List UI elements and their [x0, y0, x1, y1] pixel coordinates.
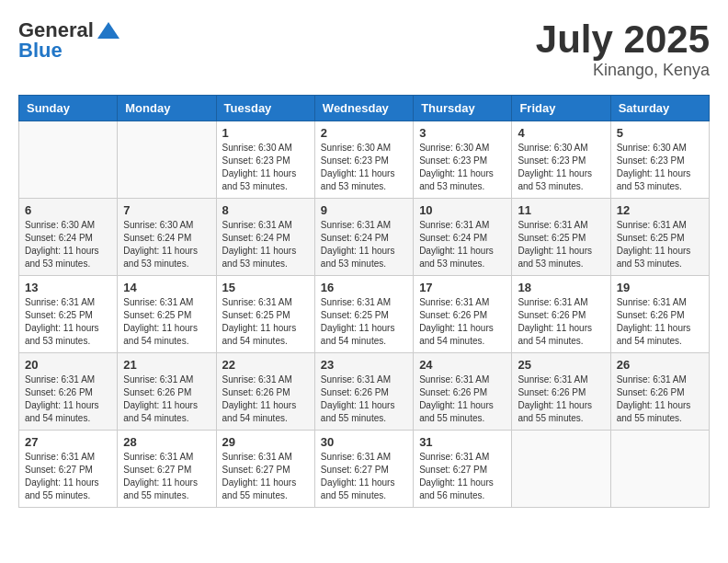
day-number: 18 — [518, 281, 604, 294]
day-detail: Sunrise: 6:31 AM Sunset: 6:24 PM Dayligh… — [222, 219, 309, 270]
calendar-day-cell: 10Sunrise: 6:31 AM Sunset: 6:24 PM Dayli… — [414, 199, 512, 276]
day-number: 26 — [617, 358, 703, 372]
day-number: 27 — [25, 435, 111, 449]
calendar-week-row: 13Sunrise: 6:31 AM Sunset: 6:25 PM Dayli… — [19, 276, 710, 353]
calendar-day-cell: 27Sunrise: 6:31 AM Sunset: 6:27 PM Dayli… — [19, 431, 118, 508]
day-number: 16 — [321, 281, 407, 294]
day-detail: Sunrise: 6:31 AM Sunset: 6:25 PM Dayligh… — [222, 296, 309, 348]
day-detail: Sunrise: 6:31 AM Sunset: 6:26 PM Dayligh… — [518, 373, 604, 425]
calendar-week-row: 6Sunrise: 6:30 AM Sunset: 6:24 PM Daylig… — [19, 199, 710, 276]
calendar-day-cell: 23Sunrise: 6:31 AM Sunset: 6:26 PM Dayli… — [314, 353, 413, 431]
day-number: 14 — [123, 281, 210, 294]
calendar-day-cell: 6Sunrise: 6:30 AM Sunset: 6:24 PM Daylig… — [19, 199, 118, 276]
day-detail: Sunrise: 6:30 AM Sunset: 6:23 PM Dayligh… — [518, 142, 604, 193]
day-detail: Sunrise: 6:31 AM Sunset: 6:25 PM Dayligh… — [518, 219, 604, 270]
calendar-day-cell: 20Sunrise: 6:31 AM Sunset: 6:26 PM Dayli… — [19, 353, 118, 431]
weekday-header: Wednesday — [314, 96, 413, 121]
day-number: 25 — [518, 358, 604, 372]
calendar-day-cell: 12Sunrise: 6:31 AM Sunset: 6:25 PM Dayli… — [610, 199, 709, 276]
day-detail: Sunrise: 6:31 AM Sunset: 6:27 PM Dayligh… — [123, 451, 210, 502]
calendar-day-cell: 25Sunrise: 6:31 AM Sunset: 6:26 PM Dayli… — [512, 353, 610, 431]
day-detail: Sunrise: 6:30 AM Sunset: 6:24 PM Dayligh… — [25, 219, 111, 270]
day-detail: Sunrise: 6:31 AM Sunset: 6:25 PM Dayligh… — [25, 296, 111, 348]
calendar-day-cell: 31Sunrise: 6:31 AM Sunset: 6:27 PM Dayli… — [414, 431, 512, 508]
day-detail: Sunrise: 6:31 AM Sunset: 6:26 PM Dayligh… — [222, 373, 309, 425]
calendar-day-cell: 21Sunrise: 6:31 AM Sunset: 6:26 PM Dayli… — [118, 353, 216, 431]
calendar-day-cell: 24Sunrise: 6:31 AM Sunset: 6:26 PM Dayli… — [414, 353, 512, 431]
logo-icon — [96, 20, 121, 40]
day-number: 30 — [321, 435, 407, 449]
day-number: 29 — [222, 435, 309, 449]
calendar-day-cell: 7Sunrise: 6:30 AM Sunset: 6:24 PM Daylig… — [118, 199, 216, 276]
day-number: 1 — [222, 126, 309, 140]
month-title: July 2025 — [536, 18, 710, 61]
calendar-day-cell: 19Sunrise: 6:31 AM Sunset: 6:26 PM Dayli… — [610, 276, 709, 353]
calendar-week-row: 20Sunrise: 6:31 AM Sunset: 6:26 PM Dayli… — [19, 353, 710, 431]
day-detail: Sunrise: 6:31 AM Sunset: 6:27 PM Dayligh… — [222, 451, 309, 502]
calendar-day-cell: 17Sunrise: 6:31 AM Sunset: 6:26 PM Dayli… — [414, 276, 512, 353]
day-number: 21 — [123, 358, 210, 372]
day-number: 2 — [321, 126, 407, 140]
calendar-day-cell — [118, 121, 216, 199]
day-detail: Sunrise: 6:31 AM Sunset: 6:25 PM Dayligh… — [321, 296, 407, 348]
logo-blue-text: Blue — [18, 39, 63, 63]
day-detail: Sunrise: 6:31 AM Sunset: 6:25 PM Dayligh… — [617, 219, 703, 270]
day-detail: Sunrise: 6:30 AM Sunset: 6:23 PM Dayligh… — [419, 142, 506, 193]
day-number: 28 — [123, 435, 210, 449]
calendar-header-row: SundayMondayTuesdayWednesdayThursdayFrid… — [19, 96, 710, 121]
weekday-header: Saturday — [610, 96, 709, 121]
day-number: 19 — [617, 281, 703, 294]
day-detail: Sunrise: 6:30 AM Sunset: 6:24 PM Dayligh… — [123, 219, 210, 270]
calendar-day-cell: 13Sunrise: 6:31 AM Sunset: 6:25 PM Dayli… — [19, 276, 118, 353]
day-number: 22 — [222, 358, 309, 372]
day-number: 9 — [321, 203, 407, 217]
day-detail: Sunrise: 6:31 AM Sunset: 6:26 PM Dayligh… — [321, 373, 407, 425]
day-number: 6 — [25, 203, 111, 217]
calendar-day-cell: 18Sunrise: 6:31 AM Sunset: 6:26 PM Dayli… — [512, 276, 610, 353]
day-number: 5 — [617, 126, 703, 140]
day-number: 13 — [25, 281, 111, 294]
day-number: 12 — [617, 203, 703, 217]
weekday-header: Monday — [118, 96, 216, 121]
day-number: 3 — [419, 126, 506, 140]
location-title: Kinango, Kenya — [536, 61, 710, 80]
calendar-day-cell — [19, 121, 118, 199]
day-number: 8 — [222, 203, 309, 217]
calendar-day-cell: 2Sunrise: 6:30 AM Sunset: 6:23 PM Daylig… — [314, 121, 413, 199]
logo: General Blue — [18, 18, 121, 63]
day-number: 23 — [321, 358, 407, 372]
day-number: 4 — [518, 126, 604, 140]
calendar-day-cell: 15Sunrise: 6:31 AM Sunset: 6:25 PM Dayli… — [216, 276, 314, 353]
day-detail: Sunrise: 6:31 AM Sunset: 6:26 PM Dayligh… — [518, 296, 604, 348]
day-detail: Sunrise: 6:31 AM Sunset: 6:26 PM Dayligh… — [617, 296, 703, 348]
calendar-day-cell: 9Sunrise: 6:31 AM Sunset: 6:24 PM Daylig… — [314, 199, 413, 276]
day-detail: Sunrise: 6:31 AM Sunset: 6:26 PM Dayligh… — [617, 373, 703, 425]
svg-marker-0 — [97, 22, 119, 39]
page-header: General Blue July 2025 Kinango, Kenya — [18, 18, 710, 80]
weekday-header: Thursday — [414, 96, 512, 121]
calendar-week-row: 27Sunrise: 6:31 AM Sunset: 6:27 PM Dayli… — [19, 431, 710, 508]
day-number: 11 — [518, 203, 604, 217]
day-detail: Sunrise: 6:31 AM Sunset: 6:27 PM Dayligh… — [419, 451, 506, 502]
day-detail: Sunrise: 6:31 AM Sunset: 6:27 PM Dayligh… — [321, 451, 407, 502]
day-detail: Sunrise: 6:31 AM Sunset: 6:26 PM Dayligh… — [123, 373, 210, 425]
weekday-header: Tuesday — [216, 96, 314, 121]
day-number: 20 — [25, 358, 111, 372]
weekday-header: Friday — [512, 96, 610, 121]
day-number: 31 — [419, 435, 506, 449]
calendar-week-row: 1Sunrise: 6:30 AM Sunset: 6:23 PM Daylig… — [19, 121, 710, 199]
day-detail: Sunrise: 6:31 AM Sunset: 6:26 PM Dayligh… — [419, 373, 506, 425]
day-number: 10 — [419, 203, 506, 217]
calendar-day-cell: 8Sunrise: 6:31 AM Sunset: 6:24 PM Daylig… — [216, 199, 314, 276]
calendar-day-cell: 11Sunrise: 6:31 AM Sunset: 6:25 PM Dayli… — [512, 199, 610, 276]
calendar-day-cell: 5Sunrise: 6:30 AM Sunset: 6:23 PM Daylig… — [610, 121, 709, 199]
calendar-day-cell: 22Sunrise: 6:31 AM Sunset: 6:26 PM Dayli… — [216, 353, 314, 431]
day-detail: Sunrise: 6:31 AM Sunset: 6:24 PM Dayligh… — [419, 219, 506, 270]
day-number: 7 — [123, 203, 210, 217]
day-detail: Sunrise: 6:31 AM Sunset: 6:26 PM Dayligh… — [419, 296, 506, 348]
calendar-day-cell: 28Sunrise: 6:31 AM Sunset: 6:27 PM Dayli… — [118, 431, 216, 508]
day-detail: Sunrise: 6:31 AM Sunset: 6:26 PM Dayligh… — [25, 373, 111, 425]
calendar-day-cell: 14Sunrise: 6:31 AM Sunset: 6:25 PM Dayli… — [118, 276, 216, 353]
day-detail: Sunrise: 6:30 AM Sunset: 6:23 PM Dayligh… — [321, 142, 407, 193]
day-detail: Sunrise: 6:31 AM Sunset: 6:24 PM Dayligh… — [321, 219, 407, 270]
